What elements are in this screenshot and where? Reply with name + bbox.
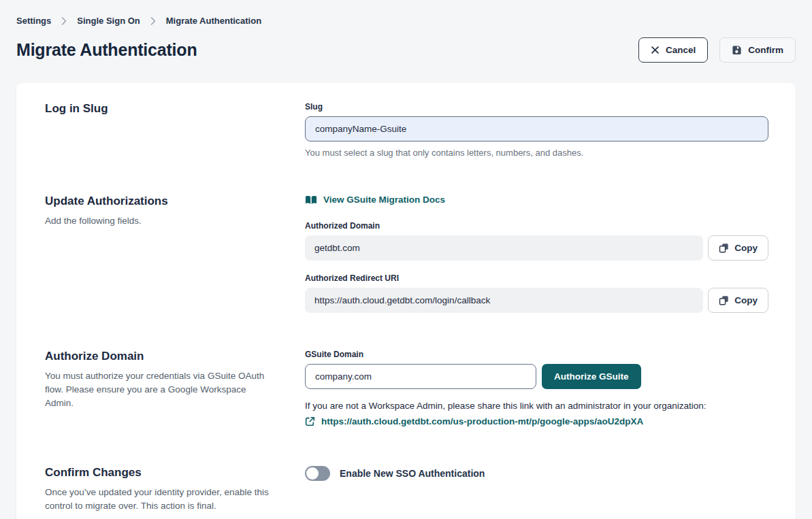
- gsuite-domain-row: Authorize GSuite: [305, 364, 768, 389]
- google-apps-share-link[interactable]: https://auth.cloud.getdbt.com/us-product…: [305, 416, 643, 426]
- external-link-icon: [305, 416, 315, 426]
- section-heading: Log in Slug: [45, 102, 305, 116]
- sso-toggle-label: Enable New SSO Authentication: [340, 468, 485, 479]
- section-authorize-domain: Authorize Domain You must authorize your…: [45, 350, 768, 429]
- share-link-label: https://auth.cloud.getdbt.com/us-product…: [321, 416, 643, 426]
- migrate-authentication-page: Settings Single Sign On Migrate Authenti…: [0, 0, 812, 519]
- authorized-domain-value: getdbt.com: [305, 235, 703, 261]
- chevron-right-icon: [150, 17, 156, 25]
- section-description: You must authorize your credentials via …: [45, 369, 273, 411]
- breadcrumb: Settings Single Sign On Migrate Authenti…: [16, 0, 796, 26]
- page-title: Migrate Authentication: [16, 40, 197, 60]
- section-login-slug-body: Slug You must select a slug that only co…: [305, 102, 768, 158]
- section-authorize-domain-head: Authorize Domain You must authorize your…: [45, 350, 305, 429]
- redirect-uri-value: https://auth.cloud.getdbt.com/login/call…: [305, 288, 703, 313]
- section-heading: Update Authorizations: [45, 195, 305, 208]
- section-confirm-changes: Confirm Changes Once you’ve updated your…: [45, 466, 768, 514]
- docs-link-row: View GSuite Migration Docs: [305, 195, 768, 207]
- header-actions: Cancel Confirm: [638, 37, 796, 63]
- workspace-admin-note: If you are not a Workspace Admin, please…: [305, 401, 768, 411]
- section-description: Add the following fields.: [45, 214, 273, 228]
- copy-button-label: Copy: [734, 243, 758, 253]
- breadcrumb-migrate-authentication: Migrate Authentication: [166, 16, 261, 26]
- authorized-domain-row: getdbt.com Copy: [305, 235, 768, 261]
- section-confirm-changes-head: Confirm Changes Once you’ve updated your…: [45, 466, 305, 514]
- section-confirm-changes-body: Enable New SSO Authentication: [305, 466, 768, 514]
- authorized-domain-label: Authorized Domain: [305, 221, 768, 231]
- copy-icon: [719, 243, 729, 253]
- section-login-slug-head: Log in Slug: [45, 102, 305, 158]
- section-update-authorizations-head: Update Authorizations Add the following …: [45, 195, 305, 313]
- section-authorize-domain-body: GSuite Domain Authorize GSuite If you ar…: [305, 350, 768, 429]
- section-description: Once you’ve updated your identity provid…: [45, 486, 273, 514]
- copy-redirect-uri-button[interactable]: Copy: [708, 288, 768, 313]
- redirect-uri-row: https://auth.cloud.getdbt.com/login/call…: [305, 288, 768, 313]
- gsuite-domain-input[interactable]: [305, 364, 536, 389]
- section-update-authorizations: Update Authorizations Add the following …: [45, 195, 768, 313]
- toggle-knob: [306, 467, 319, 480]
- gsuite-domain-label: GSuite Domain: [305, 350, 768, 359]
- cancel-button-label: Cancel: [666, 45, 696, 55]
- chevron-right-icon: [61, 17, 67, 25]
- slug-input[interactable]: [305, 116, 768, 141]
- share-link-row: https://auth.cloud.getdbt.com/us-product…: [305, 416, 768, 429]
- docs-link-label: View GSuite Migration Docs: [323, 195, 445, 205]
- section-update-authorizations-body: View GSuite Migration Docs Authorized Do…: [305, 195, 768, 313]
- slug-label: Slug: [305, 102, 768, 112]
- enable-sso-toggle[interactable]: [305, 466, 330, 481]
- copy-button-label: Copy: [734, 295, 758, 305]
- gsuite-migration-docs-link[interactable]: View GSuite Migration Docs: [305, 195, 445, 205]
- copy-icon: [719, 295, 729, 305]
- settings-card: Log in Slug Slug You must select a slug …: [16, 83, 796, 519]
- authorize-gsuite-button[interactable]: Authorize GSuite: [542, 364, 641, 389]
- section-heading: Confirm Changes: [45, 466, 305, 480]
- open-book-icon: [305, 195, 317, 205]
- sso-toggle-row: Enable New SSO Authentication: [305, 466, 768, 481]
- save-icon: [732, 45, 742, 55]
- breadcrumb-settings[interactable]: Settings: [16, 16, 51, 26]
- confirm-button[interactable]: Confirm: [719, 37, 796, 63]
- copy-authorized-domain-button[interactable]: Copy: [708, 235, 768, 261]
- section-heading: Authorize Domain: [45, 350, 305, 363]
- page-header: Migrate Authentication Cancel Confirm: [16, 37, 796, 63]
- section-login-slug: Log in Slug Slug You must select a slug …: [45, 102, 768, 158]
- cancel-button[interactable]: Cancel: [638, 37, 708, 63]
- confirm-button-label: Confirm: [748, 45, 783, 55]
- breadcrumb-single-sign-on[interactable]: Single Sign On: [77, 16, 140, 26]
- redirect-uri-label: Authorized Redirect URI: [305, 273, 768, 283]
- x-icon: [651, 46, 660, 54]
- slug-helper-text: You must select a slug that only contain…: [305, 148, 768, 158]
